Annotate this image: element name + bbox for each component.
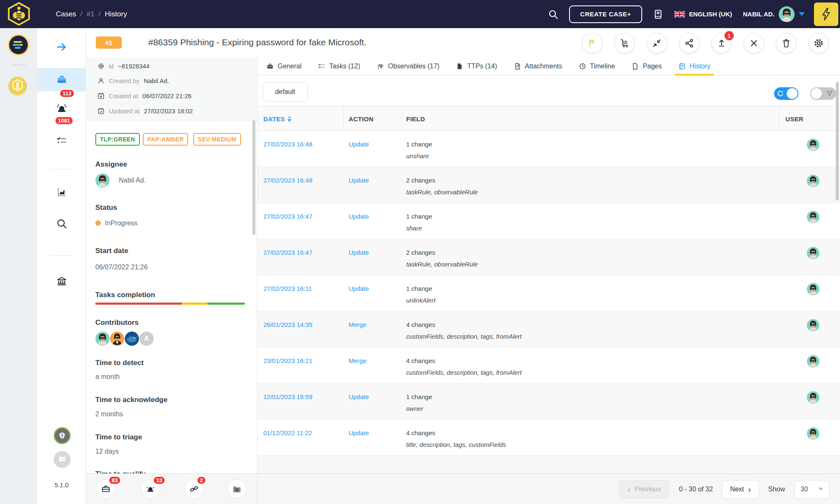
auto-refresh-toggle[interactable] bbox=[774, 87, 798, 100]
sidebar-item-tasks[interactable]: 1081 bbox=[37, 129, 86, 152]
merge-case-button[interactable] bbox=[614, 33, 635, 53]
flag-case-button[interactable] bbox=[582, 33, 602, 53]
language-selector[interactable]: ENGLISH (UK) bbox=[674, 10, 732, 18]
tab-timeline[interactable]: Timeline bbox=[579, 57, 615, 76]
row-user-avatar[interactable] bbox=[807, 247, 819, 259]
next-page-button[interactable]: Next› bbox=[722, 480, 759, 499]
row-action-link[interactable]: Update bbox=[349, 177, 369, 184]
row-date-link[interactable]: 26/01/2023 14:35 bbox=[263, 321, 312, 328]
row-action-link[interactable]: Update bbox=[349, 429, 369, 436]
calendar-edit-icon bbox=[97, 107, 105, 115]
column-dates[interactable]: DATES bbox=[263, 106, 291, 131]
time-to-triage-label: Time to triage bbox=[95, 433, 142, 441]
row-action-link[interactable]: Update bbox=[349, 393, 369, 400]
page-size-select[interactable]: 30 bbox=[794, 480, 830, 499]
row-user-avatar[interactable] bbox=[807, 283, 819, 295]
contributor-avatar[interactable] bbox=[110, 332, 124, 346]
collapse-button[interactable] bbox=[647, 33, 667, 53]
row-fields: unshare bbox=[406, 152, 429, 159]
row-user-avatar[interactable] bbox=[807, 319, 819, 332]
footer-integrations-button[interactable]: 2 bbox=[184, 479, 204, 499]
column-field[interactable]: FIELD bbox=[406, 106, 425, 131]
contributor-avatar-initial[interactable]: A bbox=[139, 332, 154, 346]
row-action-link[interactable]: Update bbox=[349, 249, 369, 256]
user-menu[interactable]: NABIL AD. bbox=[743, 6, 805, 22]
delete-case-button[interactable] bbox=[776, 33, 796, 53]
table-scrollbar[interactable] bbox=[836, 82, 839, 201]
row-date-link[interactable]: 27/02/2023 16:47 bbox=[263, 249, 312, 256]
search-icon[interactable] bbox=[548, 9, 558, 19]
row-action-link[interactable]: Update bbox=[349, 285, 369, 292]
row-date-link[interactable]: 27/02/2023 16:47 bbox=[263, 213, 312, 220]
tab-tasks[interactable]: Tasks (12) bbox=[318, 57, 360, 76]
strangebee-org-icon[interactable] bbox=[8, 34, 29, 55]
thehive-bee-logo-icon[interactable] bbox=[7, 2, 31, 26]
row-action-link[interactable]: Merge bbox=[349, 357, 367, 364]
sidebar-expand-button[interactable] bbox=[37, 35, 86, 59]
toggle-knob bbox=[811, 88, 822, 99]
pap-badge[interactable]: PAP:AMBER bbox=[143, 133, 188, 146]
footer-integrations-badge: 2 bbox=[197, 476, 206, 485]
contributor-avatar[interactable] bbox=[95, 332, 110, 346]
chat-status-icon[interactable] bbox=[54, 451, 71, 468]
case-settings-button[interactable] bbox=[808, 33, 829, 53]
row-user-avatar[interactable] bbox=[807, 355, 819, 368]
rail-divider bbox=[11, 65, 26, 65]
row-user-avatar[interactable] bbox=[807, 138, 819, 151]
sidebar-item-search[interactable] bbox=[37, 212, 86, 235]
filter-toggle[interactable] bbox=[810, 87, 836, 100]
quick-actions-button[interactable] bbox=[814, 3, 838, 26]
details-scrollbar[interactable] bbox=[252, 120, 255, 235]
tlp-badge[interactable]: TLP:GREEN bbox=[95, 133, 140, 146]
row-action-link[interactable]: Merge bbox=[349, 321, 367, 328]
language-label: ENGLISH (UK) bbox=[689, 10, 732, 18]
alarm-icon bbox=[56, 102, 68, 114]
row-date-link[interactable]: 01/12/2022 11:22 bbox=[263, 429, 312, 436]
breadcrumb-cases[interactable]: Cases bbox=[56, 10, 76, 18]
assignee-avatar[interactable] bbox=[95, 173, 110, 188]
bee-org-icon[interactable] bbox=[8, 76, 27, 96]
row-date-link[interactable]: 27/02/2023 16:11 bbox=[263, 285, 312, 292]
start-date-value: 06/07/2022 21:26 bbox=[95, 264, 148, 271]
share-case-button[interactable] bbox=[679, 33, 699, 53]
row-date-link[interactable]: 27/02/2023 16:48 bbox=[263, 141, 312, 148]
cortex-status-icon[interactable] bbox=[54, 427, 71, 444]
tab-general[interactable]: General bbox=[266, 57, 302, 76]
tab-attachments[interactable]: Attachments bbox=[514, 57, 562, 76]
close-case-button[interactable] bbox=[744, 33, 764, 53]
row-action-link[interactable]: Update bbox=[349, 213, 369, 220]
footer-cases-button[interactable]: 83 bbox=[96, 479, 116, 499]
assignee-label: Assignee bbox=[95, 160, 127, 169]
row-user-avatar[interactable] bbox=[807, 211, 819, 223]
row-user-avatar[interactable] bbox=[807, 175, 819, 187]
footer-alerts-button[interactable]: 13 bbox=[141, 479, 160, 499]
tab-history[interactable]: History bbox=[678, 57, 711, 76]
row-date-link[interactable]: 23/01/2023 16:21 bbox=[263, 357, 312, 364]
tab-ttps[interactable]: TTPs (14) bbox=[456, 57, 497, 76]
sidebar-item-cases[interactable] bbox=[37, 68, 86, 91]
export-case-button[interactable]: 1 bbox=[711, 33, 732, 53]
row-date-link[interactable]: 12/01/2023 16:59 bbox=[263, 393, 312, 400]
column-user[interactable]: USER bbox=[785, 106, 803, 131]
column-action[interactable]: ACTION bbox=[349, 106, 373, 131]
chevron-down-icon bbox=[799, 12, 805, 16]
row-user-avatar[interactable] bbox=[807, 391, 819, 404]
sidebar-item-dashboards[interactable] bbox=[37, 180, 86, 204]
filter-view-default-button[interactable]: default bbox=[262, 82, 308, 102]
severity-badge[interactable]: SEV:MEDIUM bbox=[193, 133, 241, 146]
documentation-icon[interactable] bbox=[653, 9, 663, 19]
row-action-link[interactable]: Update bbox=[349, 141, 369, 148]
breadcrumb-case-id[interactable]: #1 bbox=[87, 10, 94, 18]
user-name: NABIL AD. bbox=[743, 10, 774, 18]
tab-pages[interactable]: Pages bbox=[631, 57, 662, 76]
previous-page-button[interactable]: ‹Previous bbox=[619, 480, 670, 499]
tab-observables[interactable]: Observables (17) bbox=[377, 57, 440, 76]
row-user-avatar[interactable] bbox=[807, 427, 819, 440]
sidebar-item-organisation[interactable] bbox=[37, 269, 86, 293]
calendar-plus-icon bbox=[97, 92, 105, 99]
row-date-link[interactable]: 27/02/2023 16:48 bbox=[263, 177, 312, 184]
footer-case-templates-button[interactable] bbox=[227, 479, 247, 499]
contributor-avatar[interactable] bbox=[125, 332, 139, 346]
create-case-button[interactable]: CREATE CASE+ bbox=[569, 5, 642, 23]
id-label: id bbox=[109, 63, 114, 70]
